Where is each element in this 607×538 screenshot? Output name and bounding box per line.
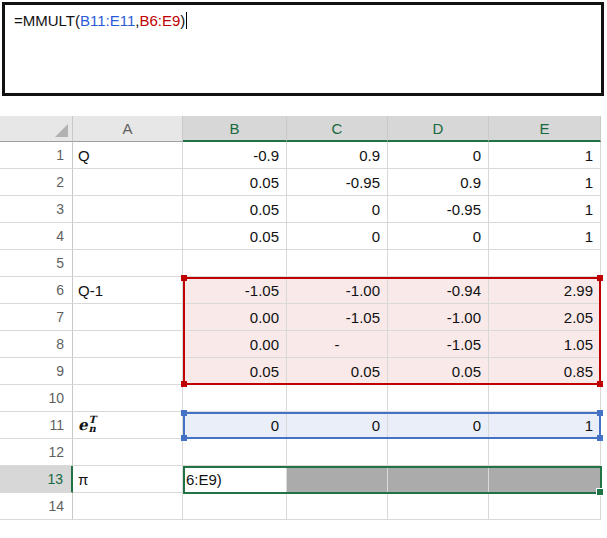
cell-D3[interactable]: -0.95 [388, 196, 489, 223]
cell-A3[interactable] [73, 196, 183, 223]
cell-D11[interactable]: 0 [388, 412, 489, 439]
cell-C1[interactable]: 0.9 [287, 142, 388, 169]
cell-A8[interactable] [73, 331, 183, 358]
row-header-2[interactable]: 2 [0, 169, 73, 196]
cell-E7[interactable]: 2.05 [489, 304, 601, 331]
column-header-A[interactable]: A [73, 116, 183, 142]
cell-E10[interactable] [489, 385, 601, 412]
row-header-8[interactable]: 8 [0, 331, 73, 358]
cell-C5[interactable] [287, 250, 388, 277]
cell-C3[interactable]: 0 [287, 196, 388, 223]
cell-E9[interactable]: 0.85 [489, 358, 601, 385]
cell-C9[interactable]: 0.05 [287, 358, 388, 385]
cell-D14[interactable] [388, 493, 489, 520]
cell-C7[interactable]: -1.05 [287, 304, 388, 331]
row-header-9[interactable]: 9 [0, 358, 73, 385]
cell-C4[interactable]: 0 [287, 223, 388, 250]
cell-B10[interactable] [183, 385, 287, 412]
cell-E3[interactable]: 1 [489, 196, 601, 223]
column-header-B[interactable]: B [183, 116, 287, 142]
row-header-5[interactable]: 5 [0, 250, 73, 277]
cell-A7[interactable] [73, 304, 183, 331]
cell-E14[interactable] [489, 493, 601, 520]
cell-A14[interactable] [73, 493, 183, 520]
cell-C6[interactable]: -1.00 [287, 277, 388, 304]
cell-D5[interactable] [388, 250, 489, 277]
cell-C11[interactable]: 0 [287, 412, 388, 439]
cell-C10[interactable] [287, 385, 388, 412]
cell-B6[interactable]: -1.05 [183, 277, 287, 304]
cell-E13[interactable] [489, 466, 601, 493]
cell-A12[interactable] [73, 439, 183, 466]
cell-D9[interactable]: 0.05 [388, 358, 489, 385]
column-header-E[interactable]: E [489, 116, 601, 142]
e-vector-scripts: Tn [89, 415, 96, 433]
row-header-11[interactable]: 11 [0, 412, 73, 439]
cell-C2[interactable]: -0.95 [287, 169, 388, 196]
cell-D4[interactable]: 0 [388, 223, 489, 250]
cell-E6[interactable]: 2.99 [489, 277, 601, 304]
cell-D13[interactable] [388, 466, 489, 493]
row-header-10[interactable]: 10 [0, 385, 73, 412]
cell-B7[interactable]: 0.00 [183, 304, 287, 331]
row-header-13[interactable]: 13 [0, 466, 73, 493]
cell-B12[interactable] [183, 439, 287, 466]
e-vector-symbol: e [78, 416, 88, 434]
cell-D12[interactable] [388, 439, 489, 466]
text-caret [186, 12, 187, 29]
cell-A1[interactable]: Q [73, 142, 183, 169]
cell-D6[interactable]: -0.94 [388, 277, 489, 304]
column-header-C[interactable]: C [287, 116, 388, 142]
cell-D2[interactable]: 0.9 [388, 169, 489, 196]
cell-B3[interactable]: 0.05 [183, 196, 287, 223]
cell-A10[interactable] [73, 385, 183, 412]
formula-bar[interactable]: =MMULT(B11:E11,B6:E9) [2, 2, 604, 96]
cell-C12[interactable] [287, 439, 388, 466]
row-header-7[interactable]: 7 [0, 304, 73, 331]
cell-E12[interactable] [489, 439, 601, 466]
cell-E1[interactable]: 1 [489, 142, 601, 169]
spreadsheet-app: =MMULT(B11:E11,B6:E9) A B C D E 1 Q -0.9… [0, 0, 607, 538]
cell-E4[interactable]: 1 [489, 223, 601, 250]
cell-B2[interactable]: 0.05 [183, 169, 287, 196]
cell-B1[interactable]: -0.9 [183, 142, 287, 169]
cell-A9[interactable] [73, 358, 183, 385]
cell-D10[interactable] [388, 385, 489, 412]
cell-E11[interactable]: 1 [489, 412, 601, 439]
cell-B11[interactable]: 0 [183, 412, 287, 439]
cell-A13[interactable]: π [73, 466, 183, 493]
cell-D1[interactable]: 0 [388, 142, 489, 169]
row-header-4[interactable]: 4 [0, 223, 73, 250]
row-header-6[interactable]: 6 [0, 277, 73, 304]
row-header-1[interactable]: 1 [0, 142, 73, 169]
cell-A2[interactable] [73, 169, 183, 196]
row-header-3[interactable]: 3 [0, 196, 73, 223]
cell-B13-edit[interactable]: 6:E9) [183, 466, 287, 493]
cell-A4[interactable] [73, 223, 183, 250]
cell-D8[interactable]: -1.05 [388, 331, 489, 358]
cell-C14[interactable] [287, 493, 388, 520]
cell-C13[interactable] [287, 466, 388, 493]
cell-A5[interactable] [73, 250, 183, 277]
cell-E8[interactable]: 1.05 [489, 331, 601, 358]
cell-B8[interactable]: 0.00 [183, 331, 287, 358]
cell-E2[interactable]: 1 [489, 169, 601, 196]
cell-B14[interactable] [183, 493, 287, 520]
row-header-14[interactable]: 14 [0, 493, 73, 520]
formula-text: =MMULT(B11:E11,B6:E9) [14, 12, 187, 29]
row-header-12[interactable]: 12 [0, 439, 73, 466]
formula-prefix: =MMULT( [14, 12, 80, 29]
cell-D7[interactable]: -1.00 [388, 304, 489, 331]
column-header-D[interactable]: D [388, 116, 489, 142]
select-all-corner[interactable] [0, 116, 73, 142]
cell-A6[interactable]: Q-1 [73, 277, 183, 304]
formula-ref-red: B6:E9 [139, 12, 180, 29]
cell-B4[interactable]: 0.05 [183, 223, 287, 250]
cell-E5[interactable] [489, 250, 601, 277]
cell-A11[interactable]: eTn [73, 412, 183, 439]
cell-C8[interactable]: - [287, 331, 388, 358]
spreadsheet-grid: A B C D E 1 Q -0.9 0.9 0 1 2 0.05 -0.95 … [0, 116, 601, 520]
cell-B5[interactable] [183, 250, 287, 277]
cell-B9[interactable]: 0.05 [183, 358, 287, 385]
worksheet: A B C D E 1 Q -0.9 0.9 0 1 2 0.05 -0.95 … [0, 116, 601, 520]
